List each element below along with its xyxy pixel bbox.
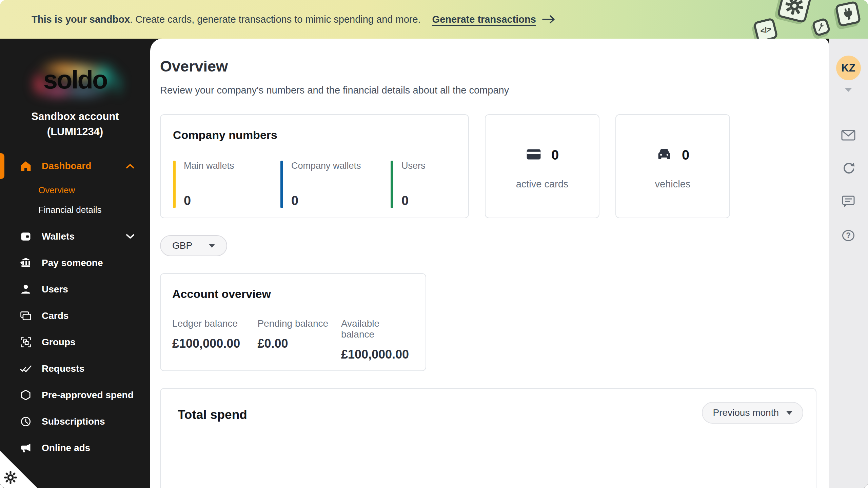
sidebar-item-label: Overview (38, 185, 75, 196)
sidebar-item-financial-details[interactable]: Financial details (0, 203, 150, 218)
company-numbers-stats: Main wallets 0 Company wallets 0 (173, 161, 456, 208)
caret-down-icon (209, 244, 215, 248)
gear-icon (3, 470, 18, 485)
period-selector[interactable]: Previous month (702, 402, 803, 424)
app-body: soldo Sandbox account (LUMI1234) Dashboa… (0, 39, 868, 488)
sidebar-item-label: Groups (42, 337, 76, 348)
stat-value: 0 (291, 194, 361, 208)
sidebar-item-users[interactable]: Users (0, 280, 150, 299)
dashboard-subnav: Overview Financial details (0, 183, 150, 218)
sidebar-item-wallets[interactable]: Wallets (0, 227, 150, 246)
wallet-icon (19, 230, 33, 243)
clock-icon (19, 415, 33, 428)
ledger-balance: Ledger balance £100,000.00 (172, 318, 257, 362)
vehicles-card: 0 vehicles (615, 114, 730, 218)
sidebar-item-pay-someone[interactable]: Pay someone (0, 253, 150, 272)
code-icon: </> (753, 17, 778, 39)
generate-transactions-link[interactable]: Generate transactions (432, 14, 536, 25)
plug-icon (835, 1, 861, 27)
sidebar-item-label: Cards (42, 310, 68, 321)
account-name-line1: Sandbox account (0, 109, 150, 124)
account-overview-card: Account overview Ledger balance £100,000… (160, 273, 426, 371)
sidebar-item-label: Requests (42, 363, 84, 374)
stat-users: Users 0 (391, 161, 426, 208)
total-spend-card: Total spend Previous month (160, 388, 816, 488)
active-cards-card: 0 active cards (485, 114, 599, 218)
bank-icon (19, 257, 33, 269)
vehicles-count: 0 (682, 147, 689, 163)
stat-value: 0 (184, 194, 234, 208)
stat-company-wallets: Company wallets 0 (280, 161, 391, 208)
banner-text: This is your sandbox. Create cards, gene… (32, 14, 421, 25)
chat-icon[interactable] (841, 194, 856, 209)
sidebar-item-online-ads[interactable]: Online ads (0, 439, 150, 458)
sidebar-item-cards[interactable]: Cards (0, 306, 150, 325)
svg-text:?: ? (846, 231, 851, 240)
stat-main-wallets: Main wallets 0 (173, 161, 280, 208)
stat-accent-bar (391, 161, 393, 208)
stat-value: 0 (401, 194, 426, 208)
car-icon (656, 146, 672, 164)
chevron-down-icon[interactable] (845, 88, 852, 92)
home-icon (19, 160, 33, 172)
sidebar-item-overview[interactable]: Overview (0, 183, 150, 198)
avatar[interactable]: KZ (836, 56, 861, 80)
sidebar-item-label: Online ads (42, 443, 90, 453)
credit-card-icon (526, 146, 542, 164)
chevron-up-icon (126, 163, 135, 169)
pending-balance: Pending balance £0.00 (257, 318, 341, 362)
person-icon (19, 283, 33, 296)
sidebar-item-requests[interactable]: Requests (0, 359, 150, 378)
active-cards-label: active cards (516, 179, 569, 190)
balance-value: £100,000.00 (341, 347, 414, 362)
sidebar-item-pre-approved-spend[interactable]: Pre-approved spend (0, 386, 150, 405)
balance-label: Pending balance (257, 318, 341, 329)
sidebar-item-subscriptions[interactable]: Subscriptions (0, 412, 150, 431)
banner-text-bold: This is your sandbox (32, 14, 130, 25)
account-overview-title: Account overview (172, 287, 414, 301)
account-name: Sandbox account (LUMI1234) (0, 109, 150, 140)
mail-icon[interactable] (841, 128, 856, 142)
soldo-logo: soldo (26, 54, 124, 105)
balance-label: Available balance (341, 318, 414, 340)
sandbox-banner: This is your sandbox. Create cards, gene… (0, 0, 868, 39)
chevron-down-icon (126, 233, 135, 240)
sidebar-item-label: Subscriptions (42, 416, 105, 427)
main-content: Overview Review your company's numbers a… (150, 39, 829, 488)
company-numbers-card: Company numbers Main wallets 0 (160, 114, 469, 218)
hexagon-icon (19, 389, 33, 401)
double-check-icon (19, 363, 33, 375)
banner-text-rest: . Create cards, generate transactions to… (130, 14, 421, 25)
account-name-line2: (LUMI1234) (0, 124, 150, 140)
balance-label: Ledger balance (172, 318, 257, 329)
sidebar-item-groups[interactable]: Groups (0, 333, 150, 352)
caret-down-icon (786, 411, 792, 415)
currency-value: GBP (172, 240, 192, 251)
megaphone-icon (19, 442, 33, 454)
top-cards-row: Company numbers Main wallets 0 (160, 114, 829, 218)
sidebar-item-label: Financial details (38, 205, 101, 215)
sidebar-item-dashboard[interactable]: Dashboard (0, 157, 150, 176)
sidebar-item-label: Dashboard (42, 161, 91, 171)
balance-value: £100,000.00 (172, 337, 257, 351)
currency-selector[interactable]: GBP (160, 235, 227, 256)
help-icon[interactable]: ? (841, 228, 856, 243)
company-numbers-title: Company numbers (173, 128, 456, 142)
sidebar: soldo Sandbox account (LUMI1234) Dashboa… (0, 39, 150, 488)
gear-icon (777, 0, 812, 23)
active-cards-count: 0 (551, 147, 559, 163)
right-rail: KZ (829, 39, 868, 488)
groups-icon (19, 336, 33, 348)
stat-accent-bar (280, 161, 283, 208)
arrow-right-icon (542, 15, 556, 24)
sidebar-nav: Dashboard Overview Financial details (0, 157, 150, 458)
stat-label: Users (401, 161, 426, 171)
refresh-icon[interactable] (841, 161, 855, 175)
page-subtitle: Review your company's numbers and the fi… (160, 85, 829, 96)
logo-wordmark: soldo (43, 65, 107, 94)
account-overview-columns: Ledger balance £100,000.00 Pending balan… (172, 318, 414, 362)
sidebar-item-label: Users (42, 284, 68, 295)
stat-label: Company wallets (291, 161, 361, 171)
sidebar-item-label: Pay someone (42, 258, 103, 268)
period-value: Previous month (713, 407, 779, 418)
